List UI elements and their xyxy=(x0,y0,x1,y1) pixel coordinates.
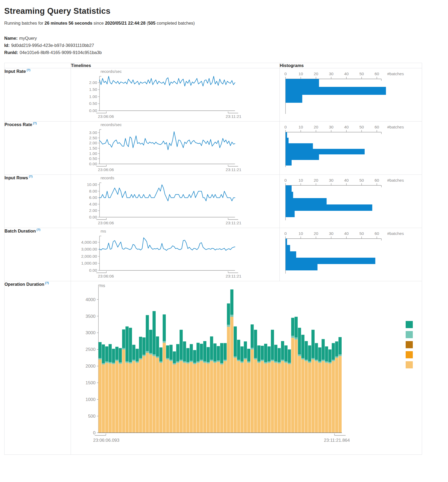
svg-text:23:06:06: 23:06:06 xyxy=(98,274,114,278)
svg-text:1500: 1500 xyxy=(85,380,96,385)
svg-text:8.00: 8.00 xyxy=(89,189,97,193)
start-time: 2020/05/21 22:44:28 xyxy=(105,21,146,25)
input-rows-histogram-cell: 0102030405060#batches xyxy=(280,175,422,228)
svg-text:records/sec: records/sec xyxy=(101,69,122,74)
input-rows-histogram-chart: 0102030405060#batches xyxy=(280,175,422,228)
running-duration: 26 minutes 56 seconds xyxy=(44,21,92,25)
runid-value: 04e101e6-8bf8-4165-9099-9104c951ba3b xyxy=(20,50,102,55)
svg-text:0.00: 0.00 xyxy=(89,108,97,113)
batch-duration-timeline-chart: ms0.001,000.002,000.003,000.004,000.0023… xyxy=(71,228,279,281)
svg-text:23:11:21: 23:11:21 xyxy=(226,274,241,278)
help-icon[interactable]: (?) xyxy=(29,175,33,178)
help-icon[interactable]: (?) xyxy=(37,228,40,231)
svg-text:2.50: 2.50 xyxy=(89,135,97,140)
svg-text:20: 20 xyxy=(314,231,318,236)
input-rows-timeline-chart: records0.002.004.006.008.0010.0023:06:06… xyxy=(71,175,279,228)
header-timelines: Timelines xyxy=(71,63,280,68)
svg-text:2.00: 2.00 xyxy=(89,141,97,145)
streaming-query-statistics-page: { "page": { "title": "Streaming Query St… xyxy=(0,0,448,463)
svg-text:10: 10 xyxy=(298,125,303,129)
svg-text:23:06:06: 23:06:06 xyxy=(98,221,114,225)
svg-text:2,000.00: 2,000.00 xyxy=(81,254,97,258)
running-batches-summary: Running batches for 26 minutes 56 second… xyxy=(4,21,448,26)
process-rate-histogram-chart: 0102030405060#batches xyxy=(280,122,422,175)
svg-text:0.50: 0.50 xyxy=(89,156,97,161)
input-rate-timeline-cell: records/sec0.000.501.001.502.0023:06:062… xyxy=(71,68,280,121)
svg-text:2.00: 2.00 xyxy=(89,80,97,85)
svg-text:records/sec: records/sec xyxy=(101,122,122,127)
svg-text:20: 20 xyxy=(314,72,318,76)
svg-text:2500: 2500 xyxy=(85,347,96,352)
svg-text:1.50: 1.50 xyxy=(89,87,97,92)
svg-text:0: 0 xyxy=(93,430,96,435)
svg-text:23:06:06: 23:06:06 xyxy=(98,114,114,119)
help-icon[interactable]: (?) xyxy=(33,122,37,125)
legend-swatch xyxy=(406,341,413,348)
batch-duration-histogram-chart: 0102030405060#batches xyxy=(280,228,422,281)
name-value: myQuery xyxy=(19,36,37,41)
svg-text:30: 30 xyxy=(329,72,334,76)
batch-duration-timeline-cell: ms0.001,000.002,000.003,000.004,000.0023… xyxy=(71,228,280,281)
svg-text:40: 40 xyxy=(344,178,349,182)
svg-text:#batches: #batches xyxy=(387,231,404,236)
svg-text:2000: 2000 xyxy=(85,364,96,369)
svg-text:#batches: #batches xyxy=(387,178,404,182)
process-rate-timeline-cell: records/sec0.000.501.001.502.002.503.002… xyxy=(71,121,280,175)
svg-text:1.50: 1.50 xyxy=(89,146,97,150)
operation-duration-chart: ms0500100015002000250030003500400023:06:… xyxy=(71,281,422,454)
svg-text:10: 10 xyxy=(298,231,303,236)
svg-text:0: 0 xyxy=(284,231,287,236)
svg-text:0: 0 xyxy=(284,178,287,182)
svg-text:3,000.00: 3,000.00 xyxy=(81,247,97,251)
svg-text:#batches: #batches xyxy=(387,72,404,76)
help-icon[interactable]: (?) xyxy=(45,281,49,284)
completed-batches-count: 505 xyxy=(148,21,156,25)
input-rate-timeline-chart: records/sec0.000.501.001.502.0023:06:062… xyxy=(71,68,279,121)
legend-swatch xyxy=(406,351,413,358)
svg-text:3.00: 3.00 xyxy=(89,130,97,135)
svg-text:0: 0 xyxy=(284,72,287,76)
svg-text:500: 500 xyxy=(88,414,96,419)
svg-text:60: 60 xyxy=(374,72,379,76)
svg-text:0.00: 0.00 xyxy=(89,215,97,219)
id-label: Id: xyxy=(4,43,10,48)
process-rate-histogram-cell: 0102030405060#batches xyxy=(280,121,422,175)
svg-text:10.00: 10.00 xyxy=(87,182,97,187)
header-empty xyxy=(4,63,71,68)
svg-text:20: 20 xyxy=(314,178,318,182)
legend-swatch xyxy=(406,321,413,328)
svg-text:ms: ms xyxy=(99,283,105,288)
svg-text:4,000.00: 4,000.00 xyxy=(81,240,97,244)
svg-text:60: 60 xyxy=(374,231,379,236)
help-icon[interactable]: (?) xyxy=(27,68,30,72)
input-rate-histogram-chart: 0102030405060#batches xyxy=(280,68,422,121)
svg-text:0.50: 0.50 xyxy=(89,101,97,106)
svg-text:2.00: 2.00 xyxy=(89,208,97,213)
svg-text:0: 0 xyxy=(284,125,287,129)
svg-text:1.00: 1.00 xyxy=(89,94,97,99)
svg-text:30: 30 xyxy=(329,125,334,129)
table-row: Input Rows(?) records0.002.004.006.008.0… xyxy=(4,175,422,228)
svg-text:3000: 3000 xyxy=(85,330,96,335)
svg-text:50: 50 xyxy=(359,72,364,76)
svg-text:20: 20 xyxy=(314,125,318,129)
svg-text:#batches: #batches xyxy=(387,125,404,129)
table-header-row: Timelines Histograms xyxy=(4,63,422,68)
table-row: Process Rate(?) records/sec0.000.501.001… xyxy=(4,121,422,175)
svg-text:0.00: 0.00 xyxy=(89,268,97,273)
svg-text:23:06:06.093: 23:06:06.093 xyxy=(93,438,119,443)
table-row: Batch Duration(?) ms0.001,000.002,000.00… xyxy=(4,228,422,281)
svg-text:23:11:21: 23:11:21 xyxy=(226,167,241,172)
svg-text:60: 60 xyxy=(374,125,379,129)
svg-text:50: 50 xyxy=(359,178,364,182)
svg-text:6.00: 6.00 xyxy=(89,195,97,200)
svg-text:10: 10 xyxy=(298,72,303,76)
svg-text:3500: 3500 xyxy=(85,314,96,319)
svg-text:10: 10 xyxy=(298,178,303,182)
process-rate-timeline-chart: records/sec0.000.501.001.502.002.503.002… xyxy=(71,122,279,175)
input-rate-histogram-cell: 0102030405060#batches xyxy=(280,68,422,121)
svg-text:23:06:06: 23:06:06 xyxy=(98,167,114,172)
svg-text:50: 50 xyxy=(359,125,364,129)
row-label-process-rate: Process Rate(?) xyxy=(4,121,71,175)
svg-text:0.00: 0.00 xyxy=(89,162,97,166)
